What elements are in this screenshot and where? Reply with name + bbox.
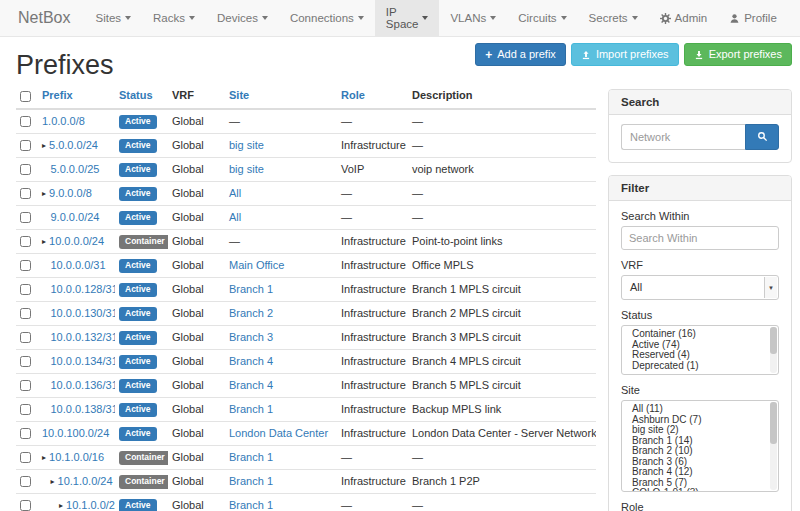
option[interactable]: Branch 4 (12) (622, 467, 778, 478)
prefix-link[interactable]: 9.0.0.0/8 (49, 187, 92, 199)
option[interactable]: big site (2) (622, 425, 778, 436)
prefix-link[interactable]: 10.1.0.0/16 (49, 451, 104, 463)
scrollbar[interactable] (770, 327, 777, 373)
caret-right-icon: ▸ (59, 501, 63, 510)
site-link[interactable]: Branch 1 (229, 475, 273, 487)
profile-link[interactable]: Profile (718, 0, 788, 36)
search-within-input[interactable] (621, 226, 779, 250)
prefix-table: PrefixStatusVRFSiteRoleDescription 1.0.0… (16, 86, 596, 511)
row-checkbox[interactable] (20, 404, 31, 415)
site-link[interactable]: Branch 1 (229, 403, 273, 415)
site-link[interactable]: All (229, 211, 241, 223)
site-link[interactable]: Branch 4 (229, 355, 273, 367)
select-all-checkbox[interactable] (20, 91, 31, 102)
prefix-link[interactable]: 10.0.0.134/31 (51, 355, 116, 367)
vrf-value: Global (168, 469, 225, 493)
site-link[interactable]: Branch 3 (229, 331, 273, 343)
option[interactable]: Container (16) (622, 329, 778, 340)
prefix-link[interactable]: 5.0.0.0/24 (49, 139, 98, 151)
search-panel: Search (608, 89, 792, 163)
prefix-link[interactable]: 10.0.100.0/24 (42, 427, 109, 439)
nav-item-ip-space[interactable]: IP Space (375, 0, 440, 36)
nav-item-devices[interactable]: Devices (206, 0, 279, 36)
site-link[interactable]: Branch 2 (229, 307, 273, 319)
site-link[interactable]: Main Office (229, 259, 284, 271)
prefix-link[interactable]: 10.0.0.136/31 (51, 379, 116, 391)
prefix-link[interactable]: 10.1.0.0/24 (58, 475, 113, 487)
nav-item-sites[interactable]: Sites (84, 0, 142, 36)
export-prefixes-button[interactable]: Export prefixes (684, 43, 792, 66)
row-checkbox[interactable] (20, 332, 31, 343)
site-link[interactable]: big site (229, 163, 264, 175)
prefix-link[interactable]: 10.0.0.130/31 (51, 307, 116, 319)
prefix-link[interactable]: 9.0.0.0/24 (51, 211, 100, 223)
site-link[interactable]: big site (229, 139, 264, 151)
description-value: Branch 3 MPLS circuit (408, 325, 596, 349)
column-sort-link[interactable]: Prefix (42, 89, 73, 101)
profile-label: Profile (744, 12, 777, 24)
row-checkbox[interactable] (20, 140, 31, 151)
row-checkbox[interactable] (20, 356, 31, 367)
site-link[interactable]: Branch 1 (229, 451, 273, 463)
status-label: Status (621, 309, 779, 321)
add-prefix-button[interactable]: + Add a prefix (475, 43, 566, 66)
row-checkbox[interactable] (20, 212, 31, 223)
role-value: — (337, 205, 408, 229)
prefix-link[interactable]: 10.0.0.128/31 (51, 283, 116, 295)
option[interactable]: Reserved (4) (622, 350, 778, 361)
nav-item-secrets[interactable]: Secrets (578, 0, 649, 36)
search-input[interactable] (621, 124, 745, 150)
nav-item-vlans[interactable]: VLANs (439, 0, 507, 36)
option[interactable]: Deprecated (1) (622, 361, 778, 372)
option[interactable]: COLO-1-01 (3) (622, 488, 778, 492)
row-checkbox[interactable] (20, 164, 31, 175)
row-checkbox[interactable] (20, 428, 31, 439)
prefix-link[interactable]: 10.0.0.132/31 (51, 331, 116, 343)
site-link[interactable]: Branch 1 (229, 283, 273, 295)
row-checkbox[interactable] (20, 308, 31, 319)
admin-link[interactable]: Admin (649, 0, 719, 36)
option[interactable]: Branch 2 (10) (622, 446, 778, 457)
site-link[interactable]: London Data Center (229, 427, 328, 439)
site-link[interactable]: Branch 1 (229, 499, 273, 511)
column-sort-link[interactable]: Status (119, 89, 153, 101)
nav-item-circuits[interactable]: Circuits (507, 0, 577, 36)
prefix-link[interactable]: 5.0.0.0/25 (51, 163, 100, 175)
row-checkbox[interactable] (20, 380, 31, 391)
vrf-select[interactable]: All ▼ (621, 275, 779, 300)
netbox-brand[interactable]: NetBox (0, 0, 84, 36)
prefix-link[interactable]: 10.0.0.138/31 (51, 403, 116, 415)
vrf-label: VRF (621, 259, 779, 271)
site-listbox[interactable]: All (11)Ashburn DC (7)big site (2)Branch… (621, 400, 779, 492)
prefix-link[interactable]: 10.0.0.0/24 (49, 235, 104, 247)
status-listbox[interactable]: Container (16)Active (74)Reserved (4)Dep… (621, 325, 779, 375)
row-checkbox[interactable] (20, 500, 31, 511)
column-sort-link[interactable]: Role (341, 89, 365, 101)
import-prefixes-button[interactable]: Import prefixes (571, 43, 679, 66)
nav-item-connections[interactable]: Connections (279, 0, 375, 36)
column-header-prefix: Prefix (38, 86, 115, 109)
nav-item-racks[interactable]: Racks (142, 0, 206, 36)
prefix-link[interactable]: 1.0.0.0/8 (42, 115, 85, 127)
scrollbar[interactable] (770, 402, 777, 490)
column-sort-link[interactable]: Site (229, 89, 249, 101)
row-checkbox[interactable] (20, 452, 31, 463)
row-checkbox[interactable] (20, 236, 31, 247)
table-row: 5.0.0.0/25ActiveGlobalbig siteVoIPvoip n… (16, 157, 596, 181)
logout-link[interactable]: Log out (788, 0, 800, 36)
status-badge: Container (119, 451, 168, 465)
row-checkbox[interactable] (20, 116, 31, 127)
prefix-link[interactable]: 10.1.0.0/25 (66, 499, 115, 511)
row-checkbox[interactable] (20, 476, 31, 487)
prefix-link[interactable]: 10.0.0.0/31 (51, 259, 106, 271)
site-link[interactable]: All (229, 187, 241, 199)
row-checkbox[interactable] (20, 188, 31, 199)
search-button[interactable] (745, 124, 779, 150)
option[interactable]: All (11) (622, 404, 778, 415)
site-link[interactable]: Branch 4 (229, 379, 273, 391)
prefix-list: PrefixStatusVRFSiteRoleDescription 1.0.0… (16, 86, 596, 511)
row-checkbox[interactable] (20, 284, 31, 295)
row-checkbox[interactable] (20, 260, 31, 271)
table-row: 10.0.0.130/31ActiveGlobalBranch 2Infrast… (16, 301, 596, 325)
filter-panel: Filter Search Within VRF All ▼ Status Co… (608, 175, 792, 511)
